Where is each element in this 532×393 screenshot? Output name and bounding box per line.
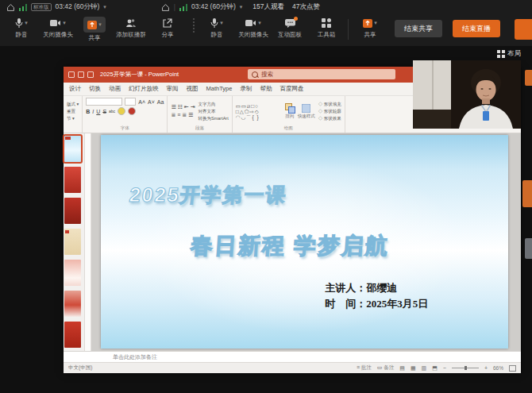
home-icon[interactable]: [6, 3, 15, 12]
tab-baidu-netdisk[interactable]: 百度网盘: [276, 83, 307, 95]
zoom-slider[interactable]: [452, 368, 479, 368]
live-status-row-right: | 03:42 (60分钟) ▾ 157人观看 47次点赞: [161, 2, 320, 12]
microphone-icon: [210, 18, 218, 29]
side-tab-cutoff[interactable]: [525, 70, 532, 86]
tab-mathtype[interactable]: MathType: [202, 83, 237, 95]
language-indicator[interactable]: 中文(中国): [68, 364, 92, 372]
tab-animations[interactable]: 动画: [105, 83, 125, 95]
bullets-icon[interactable]: ☰ ☷ ⇤ ⇥: [171, 104, 195, 110]
mute-label: 静音: [16, 31, 28, 39]
presenter-webcam-video[interactable]: [413, 60, 521, 129]
camera-off-button[interactable]: ▾ 关闭摄像头: [40, 15, 76, 40]
toolbox-button[interactable]: 工具箱: [308, 15, 345, 40]
slide-subtitle[interactable]: 春日新程 学梦启航: [190, 231, 390, 261]
slide-thumbnail-1-selected[interactable]: [64, 136, 81, 162]
zoom-out-icon[interactable]: −: [443, 365, 446, 371]
slide-title[interactable]: 2025开学第一课: [128, 182, 289, 208]
normal-view-icon[interactable]: ▤: [399, 365, 405, 372]
highlight-color-icon[interactable]: [118, 107, 125, 115]
tab-design[interactable]: 设计: [65, 83, 85, 95]
slide-thumbnail-3[interactable]: [64, 198, 81, 224]
strikethrough-icon[interactable]: S: [102, 109, 106, 114]
slide-thumbnail-6[interactable]: [64, 291, 81, 317]
thumbnail-scrollbar[interactable]: [85, 133, 91, 351]
quick-styles-button[interactable]: 快速样式: [298, 114, 315, 119]
grow-font-icon[interactable]: A˄: [138, 99, 145, 105]
notes-button[interactable]: ▭ 备注: [377, 364, 394, 372]
group-label-font: 字体: [86, 125, 164, 133]
mute-button[interactable]: ▾ 静音: [3, 15, 40, 40]
zoom-in-icon[interactable]: +: [484, 365, 488, 371]
tab-slideshow[interactable]: 幻灯片放映: [125, 83, 163, 95]
text-direction-button[interactable]: 文字方向: [199, 102, 229, 107]
camera-off-button[interactable]: ▾ 关闭摄像头: [235, 15, 272, 40]
slide-editor[interactable]: 2025开学第一课 春日新程 学梦启航 主讲人：邵缨迪 时 间：2025年3月5…: [101, 135, 508, 349]
font-name-box[interactable]: [86, 98, 122, 106]
side-tab-cutoff[interactable]: [522, 180, 532, 207]
share-link-button[interactable]: 分享: [149, 15, 186, 40]
group-label: [67, 125, 79, 133]
bold-icon[interactable]: B: [86, 109, 90, 114]
tab-help[interactable]: 帮助: [256, 83, 276, 95]
slide-thumbnail-4[interactable]: [64, 229, 81, 255]
reading-view-icon[interactable]: ▥: [422, 365, 427, 372]
drag-handle[interactable]: [191, 18, 197, 42]
notes-pane[interactable]: 单击此处添加备注: [64, 351, 521, 362]
arrange-button[interactable]: 排列: [285, 114, 294, 119]
tab-review[interactable]: 审阅: [163, 83, 183, 95]
section-button[interactable]: 节 ▾: [67, 116, 79, 121]
tab-transitions[interactable]: 切换: [85, 83, 105, 95]
undo-icon[interactable]: [78, 71, 84, 78]
slide-thumbnail-2[interactable]: [64, 167, 81, 193]
fit-slide-icon[interactable]: [509, 365, 516, 372]
shape-effects-button[interactable]: ◇ 形状效果: [318, 116, 341, 121]
slideshow-icon[interactable]: ⬒: [432, 365, 438, 372]
tab-view[interactable]: 视图: [183, 83, 202, 95]
chevron-down-icon[interactable]: ▾: [240, 4, 243, 10]
shape-outline-button[interactable]: ◇ 形状轮廓: [318, 109, 341, 114]
end-live-button[interactable]: 结束直播: [453, 20, 500, 37]
end-live-button-cutoff[interactable]: [515, 19, 532, 40]
redo-icon[interactable]: [87, 71, 94, 78]
align-text-button[interactable]: 对齐文本: [199, 109, 229, 114]
shapes-gallery[interactable]: ▭▭⧄□○□△⬠⇨◇◠◡⌒{ }: [236, 103, 282, 120]
notification-dot: [294, 17, 298, 21]
layout-button-ribbon[interactable]: 版式 ▾: [67, 102, 79, 107]
mute-label: 静音: [211, 31, 223, 39]
shape-fill-button[interactable]: ◇ 形状填充: [318, 102, 341, 107]
change-case-icon[interactable]: Aa: [157, 99, 164, 105]
clear-format-icon[interactable]: abc: [109, 109, 115, 114]
group-label-drawing: 绘图: [236, 125, 341, 133]
chevron-down-icon: ▾: [374, 20, 377, 26]
side-tab-cutoff[interactable]: [525, 238, 532, 259]
ribbon-group-drawing: ▭▭⧄□○□△⬠⇨◇◠◡⌒{ } 排列 快速样式 ◇ 形状填充 ◇ 形状轮廓: [233, 96, 345, 133]
share-screen-button[interactable]: ▾ 共享: [352, 15, 388, 40]
slide-thumbnail-5[interactable]: [64, 260, 81, 286]
smartart-button[interactable]: 转换为SmartArt: [199, 116, 229, 121]
slide-sorter-icon[interactable]: ▦: [411, 365, 416, 372]
add-broadcast-group-button[interactable]: 添加联播群: [113, 15, 149, 40]
font-color-icon[interactable]: [128, 107, 136, 115]
share-screen-button-active[interactable]: ▾ 共享: [76, 15, 113, 44]
divider: |: [174, 3, 175, 11]
tab-record[interactable]: 录制: [236, 83, 256, 95]
underline-icon[interactable]: U: [96, 109, 100, 114]
italic-icon[interactable]: I: [92, 109, 94, 114]
end-share-button[interactable]: 结束共享: [395, 20, 442, 37]
zoom-level[interactable]: 66%: [493, 365, 503, 371]
zoom-slider-knob[interactable]: [465, 366, 467, 370]
search-input[interactable]: 搜索: [248, 69, 395, 79]
layout-button[interactable]: 布局: [497, 49, 521, 59]
shrink-font-icon[interactable]: A˅: [148, 99, 155, 105]
chevron-down-icon[interactable]: ▾: [103, 4, 106, 10]
reset-button[interactable]: 重置: [67, 109, 79, 114]
slide-presenter-info[interactable]: 主讲人：邵缨迪 时 间：2025年3月5日: [325, 280, 428, 312]
mute-button[interactable]: ▾ 静音: [199, 15, 235, 40]
save-icon[interactable]: [68, 71, 75, 78]
interaction-panel-button[interactable]: 互动面板: [272, 15, 308, 40]
comments-button[interactable]: ≡ 批注: [357, 364, 372, 372]
slide-thumbnail-7[interactable]: [64, 322, 81, 348]
align-icons[interactable]: ≣ ≡ ≣ ☰: [171, 112, 195, 118]
font-size-box[interactable]: [125, 98, 136, 106]
home-icon[interactable]: [161, 3, 170, 12]
